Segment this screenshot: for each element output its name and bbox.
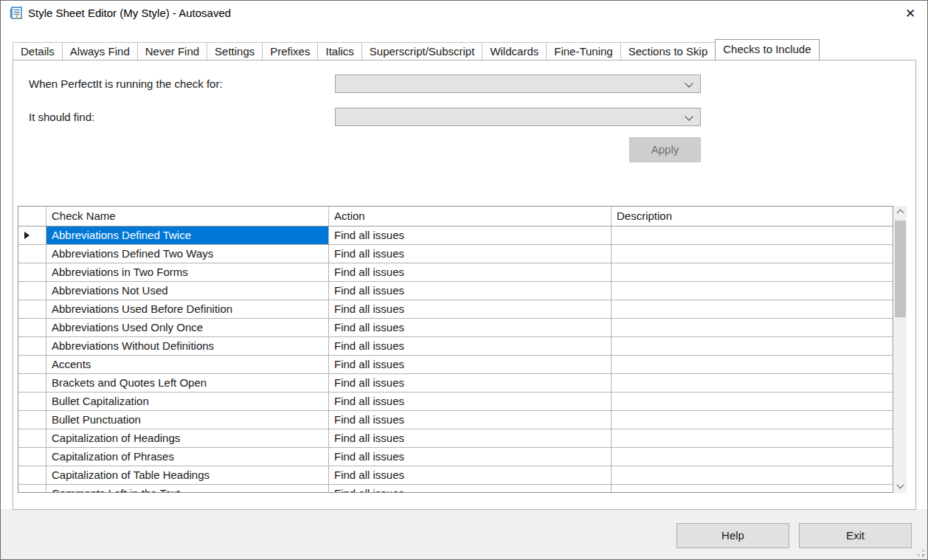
- description-cell[interactable]: [612, 319, 893, 336]
- description-cell[interactable]: [612, 374, 893, 392]
- description-cell[interactable]: [612, 356, 893, 373]
- table-row[interactable]: Capitalization of HeadingsFind all issue…: [18, 429, 893, 448]
- description-cell[interactable]: [612, 282, 893, 300]
- check-name-cell[interactable]: Bullet Capitalization: [46, 393, 329, 410]
- table-row[interactable]: Bullet CapitalizationFind all issues: [18, 393, 893, 411]
- description-cell[interactable]: [612, 263, 893, 281]
- description-cell[interactable]: [612, 411, 893, 429]
- running-check-dropdown[interactable]: [335, 75, 701, 93]
- tab-fine-tuning[interactable]: Fine-Tuning: [546, 42, 620, 60]
- row-indicator-cell[interactable]: [18, 448, 46, 466]
- check-name-cell[interactable]: Abbreviations Defined Two Ways: [46, 245, 329, 263]
- grid-vertical-scrollbar[interactable]: [894, 206, 907, 493]
- table-row[interactable]: Brackets and Quotes Left OpenFind all is…: [18, 374, 893, 393]
- description-cell[interactable]: [612, 466, 893, 484]
- action-cell[interactable]: Find all issues: [329, 393, 612, 410]
- row-indicator-cell[interactable]: [18, 466, 46, 484]
- row-indicator-cell[interactable]: [18, 300, 46, 318]
- row-indicator-cell[interactable]: [18, 374, 46, 392]
- action-cell[interactable]: Find all issues: [329, 448, 612, 466]
- column-header-description[interactable]: Description: [612, 207, 893, 226]
- tab-italics[interactable]: Italics: [317, 42, 361, 60]
- check-name-cell[interactable]: Comments Left in the Text: [46, 485, 329, 493]
- row-indicator-cell[interactable]: [18, 411, 46, 429]
- tab-wildcards[interactable]: Wildcards: [482, 42, 547, 60]
- table-row[interactable]: Abbreviations Defined TwiceFind all issu…: [18, 227, 893, 245]
- action-cell[interactable]: Find all issues: [329, 485, 612, 493]
- row-indicator-cell[interactable]: [18, 319, 46, 336]
- check-name-cell[interactable]: Accents: [46, 356, 329, 373]
- exit-button[interactable]: Exit: [799, 523, 912, 548]
- tab-checks-to-include[interactable]: Checks to Include: [715, 39, 819, 60]
- table-row[interactable]: Abbreviations in Two FormsFind all issue…: [18, 263, 893, 282]
- row-indicator-cell[interactable]: [18, 282, 46, 300]
- tab-settings[interactable]: Settings: [207, 42, 263, 60]
- description-cell[interactable]: [612, 485, 893, 493]
- check-name-cell[interactable]: Bullet Punctuation: [46, 411, 329, 429]
- check-name-cell[interactable]: Abbreviations Not Used: [46, 282, 329, 300]
- description-cell[interactable]: [612, 300, 893, 318]
- tab-superscript-subscript[interactable]: Superscript/Subscript: [361, 42, 483, 60]
- column-header-check-name[interactable]: Check Name: [46, 207, 329, 226]
- tab-never-find[interactable]: Never Find: [137, 42, 207, 60]
- row-indicator-cell[interactable]: [18, 337, 46, 355]
- tab-details[interactable]: Details: [13, 42, 63, 60]
- apply-button[interactable]: Apply: [629, 137, 701, 162]
- tab-sections-to-skip[interactable]: Sections to Skip: [620, 42, 716, 60]
- description-cell[interactable]: [612, 429, 893, 447]
- tab-always-find[interactable]: Always Find: [62, 42, 138, 60]
- should-find-dropdown[interactable]: [335, 108, 701, 126]
- action-cell[interactable]: Find all issues: [329, 466, 612, 484]
- table-row[interactable]: Bullet PunctuationFind all issues: [18, 411, 893, 429]
- action-cell[interactable]: Find all issues: [329, 245, 612, 263]
- row-indicator-cell[interactable]: [18, 227, 46, 244]
- scroll-up-icon[interactable]: [894, 206, 907, 218]
- row-indicator-cell[interactable]: [18, 245, 46, 263]
- check-name-cell[interactable]: Capitalization of Headings: [46, 429, 329, 447]
- column-header-action[interactable]: Action: [329, 207, 612, 226]
- check-name-cell[interactable]: Abbreviations Without Definitions: [46, 337, 329, 355]
- action-cell[interactable]: Find all issues: [329, 411, 612, 429]
- action-cell[interactable]: Find all issues: [329, 227, 612, 244]
- row-indicator-cell[interactable]: [18, 356, 46, 373]
- action-cell[interactable]: Find all issues: [329, 337, 612, 355]
- check-name-cell[interactable]: Abbreviations Used Before Definition: [46, 300, 329, 318]
- table-row[interactable]: AccentsFind all issues: [18, 356, 893, 374]
- action-cell[interactable]: Find all issues: [329, 429, 612, 447]
- check-name-cell[interactable]: Brackets and Quotes Left Open: [46, 374, 329, 392]
- table-row[interactable]: Comments Left in the TextFind all issues: [18, 485, 893, 493]
- resize-grip-icon[interactable]: [922, 554, 924, 556]
- table-row[interactable]: Abbreviations Not UsedFind all issues: [18, 282, 893, 300]
- table-row[interactable]: Abbreviations Used Only OnceFind all iss…: [18, 319, 893, 337]
- action-cell[interactable]: Find all issues: [329, 356, 612, 373]
- row-indicator-cell[interactable]: [18, 263, 46, 281]
- row-indicator-cell[interactable]: [18, 485, 46, 493]
- action-cell[interactable]: Find all issues: [329, 300, 612, 318]
- check-name-cell[interactable]: Abbreviations Used Only Once: [46, 319, 329, 336]
- check-name-cell[interactable]: Capitalization of Phrases: [46, 448, 329, 466]
- table-row[interactable]: Abbreviations Defined Two WaysFind all i…: [18, 245, 893, 263]
- check-name-cell[interactable]: Capitalization of Table Headings: [46, 466, 329, 484]
- scrollbar-thumb[interactable]: [895, 221, 906, 317]
- check-name-cell[interactable]: Abbreviations in Two Forms: [46, 263, 329, 281]
- check-name-cell[interactable]: Abbreviations Defined Twice: [46, 227, 329, 244]
- table-row[interactable]: Abbreviations Without DefinitionsFind al…: [18, 337, 893, 356]
- help-button[interactable]: Help: [676, 523, 789, 548]
- table-row[interactable]: Capitalization of Table HeadingsFind all…: [18, 466, 893, 485]
- action-cell[interactable]: Find all issues: [329, 319, 612, 336]
- table-row[interactable]: Capitalization of PhrasesFind all issues: [18, 448, 893, 466]
- action-cell[interactable]: Find all issues: [329, 263, 612, 281]
- description-cell[interactable]: [612, 245, 893, 263]
- tab-prefixes[interactable]: Prefixes: [262, 42, 318, 60]
- row-indicator-cell[interactable]: [18, 429, 46, 447]
- close-icon[interactable]: ✕: [901, 5, 920, 23]
- action-cell[interactable]: Find all issues: [329, 374, 612, 392]
- row-indicator-cell[interactable]: [18, 393, 46, 410]
- description-cell[interactable]: [612, 227, 893, 244]
- table-row[interactable]: Abbreviations Used Before DefinitionFind…: [18, 300, 893, 319]
- description-cell[interactable]: [612, 448, 893, 466]
- description-cell[interactable]: [612, 337, 893, 355]
- scroll-down-icon[interactable]: [894, 480, 907, 493]
- action-cell[interactable]: Find all issues: [329, 282, 612, 300]
- description-cell[interactable]: [612, 393, 893, 410]
